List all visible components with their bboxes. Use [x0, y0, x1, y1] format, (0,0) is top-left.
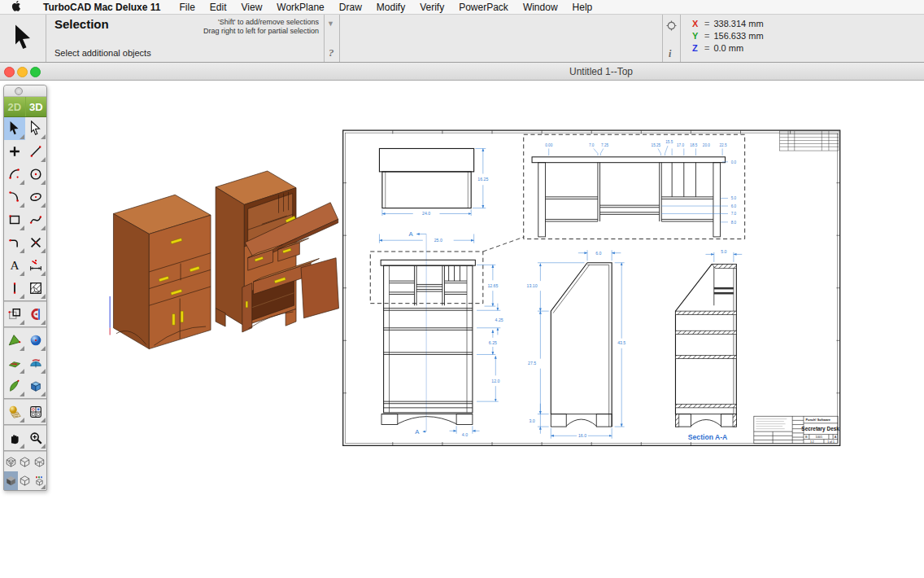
crosshair-icon[interactable] [666, 20, 677, 34]
select-open-tool[interactable] [25, 117, 46, 140]
menu-item-app[interactable]: TurboCAD Mac Deluxe 11 [36, 2, 172, 13]
menu-item-modify[interactable]: Modify [369, 2, 412, 13]
apple-menu-icon[interactable] [11, 0, 21, 14]
title-block-title: Secretary Desk [801, 426, 839, 432]
hatch-tool[interactable] [25, 277, 46, 300]
menu-item-help[interactable]: Help [565, 2, 600, 13]
arc-tool[interactable] [4, 163, 25, 186]
mini-cube-view-button[interactable] [33, 471, 46, 490]
face-3d-tool[interactable] [4, 329, 25, 352]
dim-label: 4.0 [462, 432, 468, 437]
iso-cube-alt-view-button[interactable] [33, 453, 46, 471]
curve-tool[interactable] [4, 186, 25, 208]
viewport-grid-tool[interactable] [25, 401, 46, 423]
text-tool[interactable]: A [4, 254, 25, 277]
drawing-svg: 16.25 24.0 25.0 A 0.00 7.0 7.25 15.25 15… [0, 81, 924, 578]
minimize-window-button[interactable] [17, 67, 28, 77]
revolve-3d-tool[interactable] [25, 352, 46, 374]
y-axis-label: Y [692, 31, 700, 41]
pan-tool[interactable] [4, 427, 25, 449]
section-marker-a-bottom: A [415, 428, 420, 436]
dim-label: 7.25 [601, 143, 608, 147]
dim-label: 7.0 [731, 212, 737, 216]
dim-label: 27.5 [528, 361, 536, 366]
menu-item-powerpack[interactable]: PowerPack [451, 2, 516, 13]
box-3d-tool[interactable] [25, 374, 46, 397]
equals: = [704, 31, 709, 41]
x-coordinate-value: 338.314 mm [713, 19, 763, 28]
tool-status: Select additional objects [54, 48, 151, 58]
desk-render-closed[interactable] [110, 195, 211, 348]
circle-tool[interactable] [25, 163, 46, 186]
menu-item-window[interactable]: Window [516, 2, 565, 13]
extrude-3d-tool[interactable] [4, 352, 25, 374]
menu-item-view[interactable]: View [234, 2, 270, 13]
desk-render-open[interactable] [216, 171, 338, 332]
z-axis-label: Z [692, 43, 700, 53]
dim-label: 18.5 [690, 143, 697, 147]
iso-cube-view-button[interactable] [18, 453, 32, 471]
tool-hint-1: 'Shift' to add/remove selections [218, 18, 319, 26]
title-block-scale: 1:2 [810, 440, 814, 444]
close-window-button[interactable] [4, 67, 15, 77]
menu-item-file[interactable]: File [172, 2, 202, 13]
render-tool[interactable] [4, 401, 25, 423]
dim-label: 22.5 [719, 143, 726, 147]
rectangle-tool[interactable] [4, 208, 25, 231]
menu-item-edit[interactable]: Edit [203, 2, 234, 13]
polyline-tool[interactable] [4, 231, 25, 254]
title-block-size: B [805, 435, 808, 439]
zoom-window-button[interactable] [30, 67, 41, 77]
drawing-canvas[interactable]: 16.25 24.0 25.0 A 0.00 7.0 7.25 15.25 15… [0, 81, 924, 578]
ellipse-tool[interactable] [25, 186, 46, 208]
title-block-sheet: 1 of 1 [827, 440, 835, 444]
dim-label: 15.5 [665, 140, 673, 144]
point-tool[interactable] [4, 140, 25, 163]
sweep-3d-tool[interactable] [4, 374, 25, 397]
info-icon[interactable]: i [669, 48, 671, 60]
line-tool[interactable] [25, 140, 46, 163]
help-button[interactable]: ? [329, 46, 334, 59]
dim-label: 3.0 [529, 418, 534, 423]
x-marker-tool[interactable] [25, 231, 46, 254]
equals: = [704, 43, 709, 53]
chevron-down-icon[interactable]: ▼ [327, 20, 334, 28]
tool-dropdown: ▼ ? [325, 15, 339, 62]
title-block-number: 1001 [816, 435, 823, 439]
dimension-tool[interactable] [25, 254, 46, 277]
dim-label: 6.25 [489, 340, 497, 345]
iso-sphere-view-button[interactable] [4, 453, 18, 471]
equals: = [704, 19, 709, 28]
dim-label: 16.25 [477, 177, 488, 182]
offset-tool[interactable] [25, 303, 46, 326]
dim-label: 12.65 [487, 283, 498, 288]
duplicate-tool[interactable] [4, 303, 25, 326]
segment-tool[interactable] [4, 277, 25, 300]
tool-title: Selection [54, 17, 109, 31]
tool-options-bar: Selection 'Shift' to add/remove selectio… [0, 15, 924, 63]
menu-item-draw[interactable]: Draw [332, 2, 369, 13]
spline-tool[interactable] [25, 208, 46, 231]
select-tool[interactable] [4, 117, 25, 140]
zoom-tool[interactable] [25, 427, 46, 449]
dim-label: 43.5 [617, 340, 625, 345]
mode-3d-button[interactable]: 3D [25, 97, 47, 116]
toolbar-empty-area [339, 15, 662, 62]
menu-item-verify[interactable]: Verify [412, 2, 451, 13]
tool-palette: 2D 3D [3, 85, 47, 491]
dim-label: 6.0 [731, 204, 737, 208]
palette-title-bar[interactable] [4, 85, 46, 97]
menu-item-workplane[interactable]: WorkPlane [269, 2, 331, 13]
mode-2d-button[interactable]: 2D [4, 97, 25, 116]
wireframe-view-button[interactable] [18, 471, 32, 490]
dim-label: 5.0 [731, 196, 737, 200]
palette-close-button[interactable] [15, 87, 23, 95]
active-tool-cursor-icon [0, 15, 46, 62]
tool-info-panel: Selection 'Shift' to add/remove selectio… [46, 15, 324, 62]
menu-bar: TurboCAD Mac Deluxe 11 File Edit View Wo… [0, 0, 924, 15]
section-view-label: Section A-A [688, 433, 727, 441]
sphere-3d-tool[interactable] [25, 329, 46, 352]
y-coordinate-value: 156.633 mm [713, 31, 763, 41]
dim-label: 7.0 [589, 143, 595, 147]
shaded-view-button[interactable] [4, 471, 18, 490]
